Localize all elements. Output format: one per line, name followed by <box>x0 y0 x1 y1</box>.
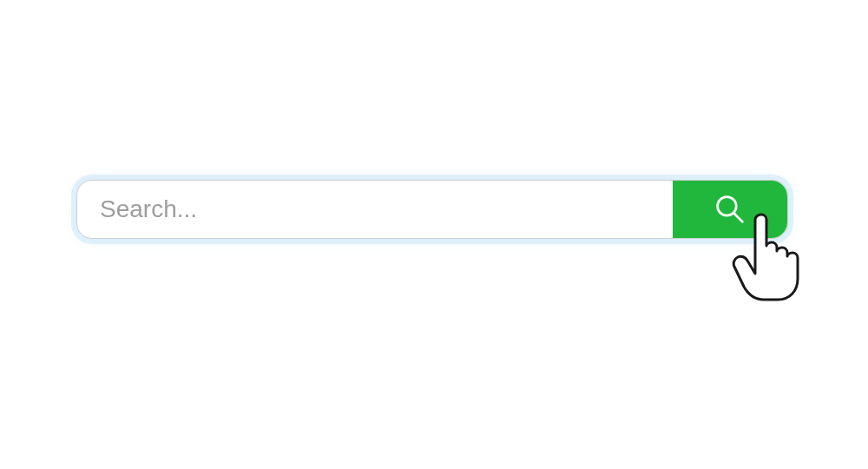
search-button[interactable] <box>673 181 787 238</box>
svg-line-1 <box>734 214 743 222</box>
search-icon <box>714 194 746 225</box>
search-input[interactable] <box>77 181 673 238</box>
search-bar <box>76 180 788 239</box>
